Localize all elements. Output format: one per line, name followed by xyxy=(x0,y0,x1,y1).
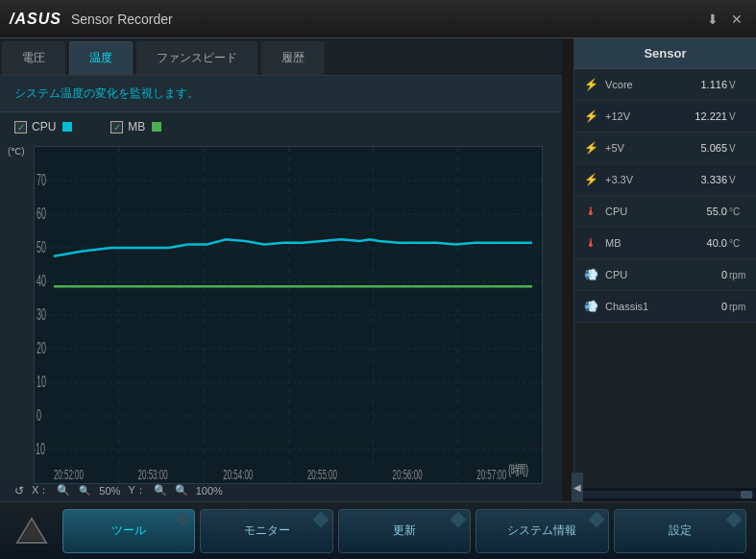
nav-button-settings[interactable]: 設定 xyxy=(614,509,746,553)
zoom-out-x-button[interactable]: 🔍 xyxy=(57,484,70,497)
tab-history[interactable]: 履歴 xyxy=(261,41,325,75)
sensor-row-cpu-temp: 🌡 CPU 55.0 °C xyxy=(574,196,756,228)
sensor-value-cpu-temp: 55.0 xyxy=(707,206,727,217)
sensor-row-vcore: ⚡ Vcore 1.116 V xyxy=(574,69,756,101)
sensor-unit-cpu-temp: °C xyxy=(729,207,748,217)
tab-voltage[interactable]: 電圧 xyxy=(2,41,65,75)
sensor-name-3v3: +3.3V xyxy=(605,174,700,185)
sensor-row-3v3: ⚡ +3.3V 3.336 V xyxy=(574,164,756,196)
asus-logo: /ASUS xyxy=(10,11,61,28)
nav-update-label: 更新 xyxy=(393,523,416,539)
svg-text:(時間): (時間) xyxy=(508,463,528,477)
sensor-value-5v: 5.065 xyxy=(700,142,727,154)
voltage-12v-icon: ⚡ xyxy=(582,108,599,125)
sensor-name-5v: +5V xyxy=(605,142,700,154)
sensor-unit-3v3: V xyxy=(729,175,748,185)
y-zoom-value: 100% xyxy=(196,485,223,497)
nav-sysinfo-label: システム情報 xyxy=(507,523,576,539)
app-title: Sensor Recorder xyxy=(71,12,698,27)
sensor-panel: Sensor ⚡ Vcore 1.116 V ⚡ +12V 12.221 V ⚡… xyxy=(573,38,756,501)
sensor-unit-12v: V xyxy=(729,111,748,122)
voltage-icon: ⚡ xyxy=(582,76,599,93)
sensor-row-5v: ⚡ +5V 5.065 V xyxy=(574,133,756,164)
sensor-value-12v: 12.221 xyxy=(695,110,727,122)
nav-button-update[interactable]: 更新 xyxy=(338,509,471,553)
checkbox-cpu-label: CPU xyxy=(32,120,56,134)
sensor-value-vcore: 1.116 xyxy=(700,79,727,90)
sensor-value-mb-temp: 40.0 xyxy=(707,237,727,249)
svg-text:10: 10 xyxy=(37,374,46,391)
voltage-3v3-icon: ⚡ xyxy=(582,171,599,188)
sensor-unit-vcore: V xyxy=(729,80,748,90)
sensor-row-mb-temp: 🌡 MB 40.0 °C xyxy=(574,228,756,259)
collapse-button[interactable]: ◀ xyxy=(572,473,583,501)
nav-tools-icon xyxy=(175,511,191,527)
sensor-name-chassis1-fan: Chassis1 xyxy=(605,301,721,312)
sensor-list: ⚡ Vcore 1.116 V ⚡ +12V 12.221 V ⚡ +5V 5.… xyxy=(574,69,756,488)
sensor-name-mb-temp: MB xyxy=(605,237,707,249)
svg-text:-10: -10 xyxy=(35,441,45,458)
sensor-value-cpu-fan: 0 xyxy=(721,269,727,280)
close-button[interactable]: ✕ xyxy=(727,10,746,29)
bottom-navigation: ツール モニター 更新 システム情報 設定 xyxy=(0,501,756,559)
x-zoom-value: 50% xyxy=(99,485,120,497)
zoom-in-x-button[interactable]: 🔍 xyxy=(79,485,91,497)
svg-text:20: 20 xyxy=(37,340,46,357)
checkbox-mb-icon: ✓ xyxy=(110,121,123,134)
main-container: 電圧 温度 ファンスピード 履歴 システム温度の変化を監視します。 ✓ CPU … xyxy=(0,38,756,501)
svg-text:30: 30 xyxy=(37,306,46,324)
sensor-name-cpu-fan: CPU xyxy=(605,269,721,280)
sensor-value-chassis1-fan: 0 xyxy=(721,301,727,312)
thermometer-mb-icon: 🌡 xyxy=(582,234,599,252)
nav-button-monitor[interactable]: モニター xyxy=(200,509,332,553)
download-button[interactable]: ⬇ xyxy=(703,10,722,29)
y-zoom-label: Y： xyxy=(128,483,145,498)
sensor-unit-chassis1-fan: rpm xyxy=(729,302,748,312)
nav-button-tools[interactable]: ツール xyxy=(62,509,195,553)
reset-button[interactable]: ↺ xyxy=(14,484,24,498)
tab-temperature[interactable]: 温度 xyxy=(69,41,133,75)
nav-settings-icon xyxy=(726,511,743,527)
sensor-unit-mb-temp: °C xyxy=(729,238,748,249)
chart-controls: ✓ CPU ✓ MB xyxy=(0,112,562,141)
sensor-name-vcore: Vcore xyxy=(605,79,700,90)
tab-bar: 電圧 温度 ファンスピード 履歴 xyxy=(0,38,562,76)
thermometer-cpu-icon: 🌡 xyxy=(582,203,599,220)
checkbox-cpu-icon: ✓ xyxy=(14,121,27,134)
sensor-unit-cpu-fan: rpm xyxy=(729,270,748,280)
chart-area: 70 60 50 40 30 20 10 0 -10 20:52:00 20:5… xyxy=(34,146,543,484)
sensor-unit-5v: V xyxy=(729,143,748,154)
title-bar: /ASUS Sensor Recorder ⬇ ✕ xyxy=(0,0,756,38)
zoom-in-y-button[interactable]: 🔍 xyxy=(175,484,188,497)
zoom-out-y-button[interactable]: 🔍 xyxy=(154,484,167,497)
scrollbar[interactable] xyxy=(574,488,756,501)
mb-color-indicator xyxy=(152,122,161,132)
cpu-color-indicator xyxy=(62,122,72,132)
checkbox-mb-label: MB xyxy=(128,120,145,134)
nav-sysinfo-icon xyxy=(588,511,604,527)
svg-text:20:57:00: 20:57:00 xyxy=(476,468,506,482)
x-zoom-label: X： xyxy=(32,483,49,498)
sensor-row-cpu-fan: 💨 CPU 0 rpm xyxy=(574,259,756,291)
checkbox-cpu[interactable]: ✓ CPU xyxy=(14,120,72,134)
svg-text:20:54:00: 20:54:00 xyxy=(223,468,253,482)
asus-bottom-logo xyxy=(10,514,53,547)
sensor-row-chassis1-fan: 💨 Chassis1 0 rpm xyxy=(574,291,756,323)
sensor-row-12v: ⚡ +12V 12.221 V xyxy=(574,101,756,133)
svg-text:50: 50 xyxy=(37,239,46,256)
svg-text:40: 40 xyxy=(37,273,46,290)
voltage-5v-icon: ⚡ xyxy=(582,139,599,157)
sensor-value-3v3: 3.336 xyxy=(700,174,727,185)
nav-monitor-icon xyxy=(312,511,329,527)
fan-cpu-icon: 💨 xyxy=(582,266,599,283)
nav-update-icon xyxy=(451,511,467,527)
tab-fanspeed[interactable]: ファンスピード xyxy=(136,41,257,75)
svg-text:20:55:00: 20:55:00 xyxy=(307,468,337,482)
checkbox-mb[interactable]: ✓ MB xyxy=(110,120,161,134)
nav-button-sysinfo[interactable]: システム情報 xyxy=(476,509,608,553)
fan-chassis1-icon: 💨 xyxy=(582,298,599,315)
sensor-name-cpu-temp: CPU xyxy=(605,206,707,217)
svg-text:20:53:00: 20:53:00 xyxy=(138,468,168,482)
y-axis-label: (℃) xyxy=(8,146,25,157)
chart-svg: 70 60 50 40 30 20 10 0 -10 20:52:00 20:5… xyxy=(35,147,542,483)
